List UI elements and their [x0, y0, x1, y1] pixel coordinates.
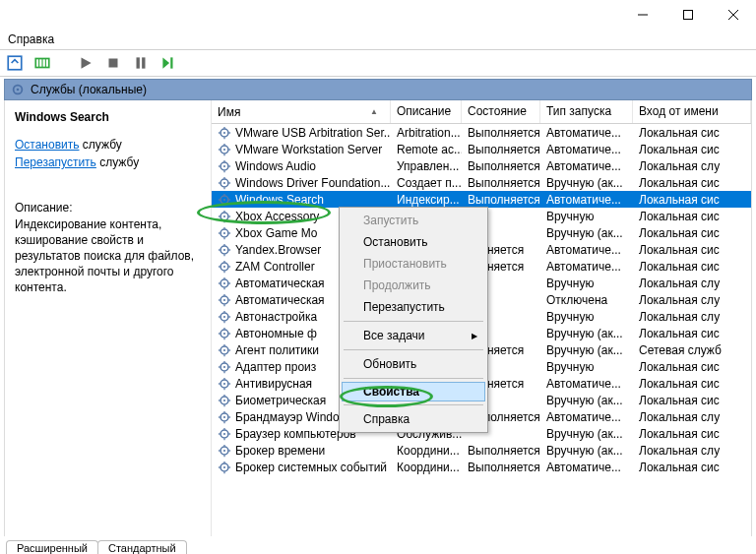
service-start: Вручную (ак...	[540, 444, 633, 458]
svg-point-30	[223, 164, 225, 166]
ctx-properties[interactable]: Свойства	[342, 382, 485, 401]
service-logon: Локальная слу	[633, 159, 751, 173]
service-row[interactable]: Брокер времениКоордини...ВыполняетсяВруч…	[212, 442, 751, 459]
ctx-stop[interactable]: Остановить	[342, 231, 485, 253]
service-name: Xbox Accessory	[235, 210, 319, 223]
gear-icon	[218, 126, 231, 140]
service-state: Выполняется	[462, 143, 540, 156]
tab-standard[interactable]: Стандартный	[97, 540, 187, 554]
service-row[interactable]: VMware USB Arbitration Ser...Arbitration…	[212, 124, 751, 141]
minimize-button[interactable]	[620, 0, 665, 30]
desc-body: Индексирование контента, кэширование сво…	[15, 216, 201, 295]
service-row[interactable]: VMware Workstation ServerRemote ac...Вып…	[212, 141, 751, 157]
service-desc: Создает п...	[391, 176, 462, 190]
service-logon: Локальная сис	[633, 176, 751, 190]
svg-rect-4	[8, 56, 22, 70]
gear-icon	[218, 143, 231, 156]
ctx-start[interactable]: Запустить	[342, 210, 485, 231]
service-row[interactable]: Windows AudioУправлен...ВыполняетсяАвтом…	[212, 157, 751, 174]
service-start: Автоматиче...	[540, 193, 633, 207]
refresh-icon[interactable]	[33, 54, 51, 72]
menu-help[interactable]: Справка	[8, 32, 54, 46]
gear-icon	[218, 327, 231, 340]
svg-point-132	[223, 449, 225, 451]
gear-icon	[218, 193, 231, 207]
service-name: ZAM Controller	[235, 260, 315, 274]
svg-point-54	[223, 231, 225, 233]
ctx-resume[interactable]: Продолжить	[342, 275, 485, 296]
ctx-all-tasks[interactable]: Все задачи▶	[342, 325, 485, 346]
gear-icon	[218, 410, 231, 424]
service-state: Выполняется	[462, 159, 540, 173]
col-state[interactable]: Состояние	[462, 100, 540, 123]
svg-point-90	[223, 332, 225, 334]
export-icon[interactable]	[6, 54, 24, 72]
service-name: Брандмауэр Windows	[235, 410, 353, 424]
service-name: Автоматическая	[235, 293, 325, 307]
gear-icon	[218, 243, 231, 257]
service-start: Вручную (ак...	[540, 226, 633, 240]
close-button[interactable]	[711, 0, 756, 30]
restart-link[interactable]: Перезапустить	[15, 155, 96, 169]
service-state: Выполняется	[462, 461, 540, 474]
service-logon: Локальная слу	[633, 410, 751, 424]
ctx-help[interactable]: Справка	[342, 408, 485, 430]
column-headers: Имя ▲ Описание Состояние Тип запуска Вхо…	[212, 100, 751, 124]
service-start: Автоматиче...	[540, 260, 633, 274]
ctx-pause[interactable]: Приостановить	[342, 253, 485, 275]
ctx-sep	[344, 349, 483, 350]
tab-extended[interactable]: Расширенный	[6, 540, 98, 554]
view-tabs: Расширенный Стандартный	[0, 536, 756, 554]
service-desc: Координи...	[391, 444, 462, 458]
service-row[interactable]: Windows SearchИндексир...ВыполняетсяАвто…	[212, 191, 751, 208]
service-start: Автоматиче...	[540, 377, 633, 391]
window-titlebar	[0, 0, 756, 30]
service-name: Антивирусная	[235, 377, 312, 391]
service-logon: Сетевая служб	[633, 343, 751, 357]
service-start: Автоматиче...	[540, 143, 633, 156]
service-logon: Локальная сис	[633, 461, 751, 474]
svg-point-102	[223, 365, 225, 367]
ctx-refresh[interactable]: Обновить	[342, 353, 485, 375]
service-logon: Локальная сис	[633, 260, 751, 274]
desc-heading: Описание:	[15, 201, 201, 215]
stop-link[interactable]: Остановить	[15, 138, 80, 152]
maximize-button[interactable]	[665, 0, 711, 30]
service-row[interactable]: Windows Driver Foundation...Создает п...…	[212, 174, 751, 191]
svg-point-138	[223, 465, 225, 467]
service-name: Биометрическая	[235, 394, 326, 407]
service-name: Автоматическая	[235, 277, 325, 290]
service-start: Вручную	[540, 360, 633, 374]
services-icon	[11, 83, 25, 96]
col-start[interactable]: Тип запуска	[540, 100, 633, 123]
svg-point-66	[223, 265, 225, 267]
service-title: Windows Search	[15, 110, 201, 124]
ctx-restart[interactable]: Перезапустить	[342, 296, 485, 318]
gear-icon	[218, 444, 231, 458]
svg-marker-13	[162, 57, 169, 68]
pause-icon[interactable]	[132, 54, 150, 72]
service-start: Вручную	[540, 210, 633, 223]
service-start: Автоматиче...	[540, 410, 633, 424]
service-logon: Локальная сис	[633, 360, 751, 374]
svg-point-114	[223, 399, 225, 400]
service-start: Автоматиче...	[540, 461, 633, 474]
service-name: VMware Workstation Server	[235, 143, 382, 156]
gear-icon	[218, 360, 231, 374]
stop-icon[interactable]	[104, 54, 122, 72]
service-logon: Локальная сис	[633, 193, 751, 207]
service-logon: Локальная сис	[633, 377, 751, 391]
service-name: Windows Audio	[235, 159, 316, 173]
restart-icon[interactable]	[159, 54, 177, 72]
gear-icon	[218, 210, 231, 223]
col-logon[interactable]: Вход от имени	[633, 100, 751, 123]
col-desc[interactable]: Описание	[391, 100, 462, 123]
service-logon: Локальная сис	[633, 143, 751, 156]
service-row[interactable]: Брокер системных событийКоордини...Выпол…	[212, 459, 751, 475]
col-name[interactable]: Имя ▲	[212, 100, 391, 123]
gear-icon	[218, 226, 231, 240]
service-desc: Управлен...	[391, 159, 462, 173]
play-icon[interactable]	[77, 54, 94, 72]
details-pane: Windows Search Остановить службу Перезап…	[5, 100, 212, 536]
svg-point-42	[223, 198, 225, 200]
